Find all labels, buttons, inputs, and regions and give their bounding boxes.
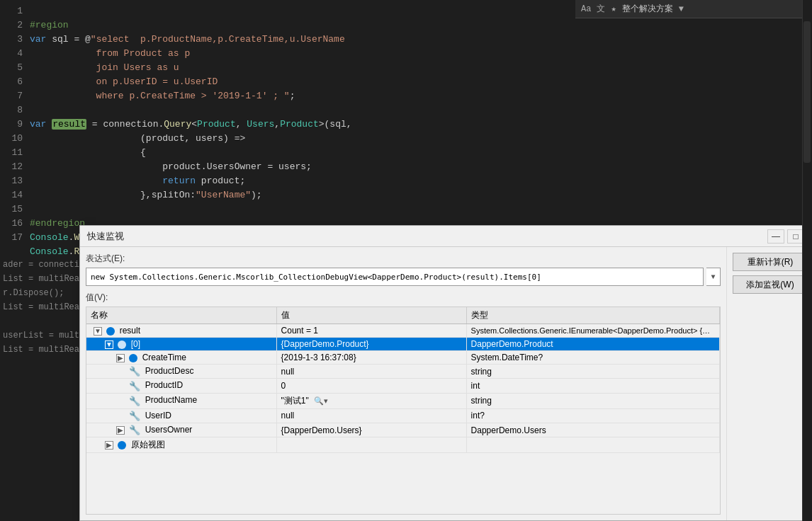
quick-watch-dialog: 快速监视 — □ 表达式(E): ▼ 值(V):: [79, 225, 812, 521]
row-value: Count = 1: [276, 324, 466, 338]
dialog-right-panel: 重新计算(R) 添加监视(W): [726, 247, 811, 520]
star-label: ★: [611, 4, 616, 14]
row-type: string: [466, 393, 719, 408]
table-row[interactable]: ▶ CreateTime {2019-1-3 16:37:08} System.…: [86, 351, 720, 365]
row-name: ▶ 🔧 UsersOwner: [86, 423, 276, 437]
dialog-title-buttons: — □: [767, 229, 804, 244]
row-icon-wrench: 🔧: [129, 381, 140, 391]
row-value: {DapperDemo.Users}: [276, 423, 466, 437]
row-value: 0: [276, 379, 466, 393]
col-header-value: 值: [276, 307, 466, 324]
zh-label: 文: [597, 3, 605, 15]
col-header-name: 名称: [86, 307, 276, 324]
table-row[interactable]: ▶ 🔧 UsersOwner {DapperDemo.Users} Dapper…: [86, 423, 720, 437]
expression-row: ▼: [86, 268, 721, 286]
row-value: [276, 437, 466, 453]
row-name-text: ProductName: [145, 395, 197, 405]
table-row[interactable]: ▶ 原始视图: [86, 437, 720, 453]
table-row[interactable]: 🔧 ProductName "测试1" 🔍▾ string: [86, 393, 720, 408]
search-toolbar: Aa 文 ★ 整个解决方案 ▼: [575, 0, 802, 18]
add-watch-button[interactable]: 添加监视(W): [733, 275, 808, 294]
expand-icon[interactable]: ▶: [116, 426, 125, 435]
row-icon-wrench: 🔧: [129, 396, 140, 406]
row-name-text: UserID: [145, 411, 171, 420]
expression-dropdown[interactable]: ▼: [706, 268, 721, 286]
row-icon-wrench: 🔧: [129, 411, 140, 421]
recalc-button[interactable]: 重新计算(R): [733, 253, 808, 271]
row-value: {DapperDemo.Product}: [276, 338, 466, 351]
row-icon: [106, 327, 115, 336]
expression-label: 表达式(E):: [86, 253, 721, 265]
row-type: System.Collections.Generic.IEnumerable<D…: [466, 324, 719, 338]
row-name-text: UsersOwner: [145, 425, 193, 435]
value-label: 值(V):: [86, 292, 721, 304]
search-icon[interactable]: 🔍▾: [314, 396, 328, 405]
table-row[interactable]: 🔧 ProductID 0 int: [86, 379, 720, 393]
table-row[interactable]: 🔧 UserID null int?: [86, 408, 720, 423]
table-row[interactable]: 🔧 ProductDesc null string: [86, 365, 720, 379]
editor-bottom-left: ader = connecti List = multiRea r.Dispos…: [0, 255, 81, 521]
row-icon-wrench: 🔧: [129, 366, 140, 377]
expression-input[interactable]: [86, 268, 704, 286]
dropdown-arrow[interactable]: ▼: [679, 4, 684, 14]
dialog-left-panel: 表达式(E): ▼ 值(V): 名称: [80, 247, 726, 520]
row-icon: [129, 354, 137, 362]
expand-icon[interactable]: ▶: [116, 354, 125, 362]
aa-label: Aa: [581, 4, 591, 14]
row-icon: [118, 340, 126, 349]
row-icon: [118, 441, 126, 450]
table-row[interactable]: ▼ [0] {DapperDemo.Product} DapperDemo.Pr…: [86, 338, 720, 351]
code-text: #region var sql = @"select p.ProductName…: [30, 4, 755, 255]
main-scroll-thumb[interactable]: [803, 21, 811, 163]
col-header-type: 类型: [466, 307, 719, 324]
row-icon-wrench: 🔧: [129, 425, 140, 435]
row-value: null: [276, 408, 466, 423]
watch-data-table: 名称 值 类型 ▼ result: [86, 307, 720, 453]
row-name: 🔧 ProductID: [86, 379, 276, 393]
dialog-title: 快速监视: [87, 230, 124, 243]
expand-icon[interactable]: ▶: [105, 441, 113, 450]
watch-table[interactable]: 名称 值 类型 ▼ result: [86, 307, 721, 515]
expand-icon[interactable]: ▼: [105, 340, 113, 349]
row-type: int?: [466, 408, 719, 423]
row-name: 🔧 ProductDesc: [86, 365, 276, 379]
expand-icon[interactable]: ▼: [94, 327, 102, 336]
row-type: int: [466, 379, 719, 393]
row-name: ▶ 原始视图: [86, 437, 276, 453]
row-name: ▼ [0]: [86, 338, 276, 351]
row-name-text: CreateTime: [142, 353, 186, 362]
line-numbers: 12345 678910 1112131415 1617: [0, 0, 28, 255]
row-name: 🔧 ProductName: [86, 393, 276, 408]
table-body: ▼ result Count = 1 System.Collections.Ge…: [86, 324, 720, 453]
main-scrollbar[interactable]: [802, 0, 812, 521]
row-name-text: ProductID: [145, 380, 183, 390]
row-value: {2019-1-3 16:37:08}: [276, 351, 466, 365]
row-name-text: [0]: [131, 339, 140, 349]
row-type: System.DateTime?: [466, 351, 719, 365]
row-type: DapperDemo.Users: [466, 423, 719, 437]
row-type: string: [466, 365, 719, 379]
row-value: null: [276, 365, 466, 379]
table-row[interactable]: ▼ result Count = 1 System.Collections.Ge…: [86, 324, 720, 338]
row-name: ▼ result: [86, 324, 276, 338]
table-header-row: 名称 值 类型: [86, 307, 720, 324]
dialog-minimize-btn[interactable]: —: [767, 229, 784, 244]
row-type: [466, 437, 719, 453]
row-name: ▶ CreateTime: [86, 351, 276, 365]
row-name: 🔧 UserID: [86, 408, 276, 423]
row-value: "测试1" 🔍▾: [276, 393, 466, 408]
scope-label: 整个解决方案: [622, 3, 673, 15]
row-name-text: ProductDesc: [145, 366, 194, 376]
row-name-text: result: [120, 326, 140, 336]
row-name-text: 原始视图: [131, 440, 165, 450]
code-editor[interactable]: 12345 678910 1112131415 1617 #region var…: [0, 0, 812, 255]
row-type: DapperDemo.Product: [466, 338, 719, 351]
dialog-body: 表达式(E): ▼ 值(V): 名称: [80, 247, 811, 520]
dialog-titlebar: 快速监视 — □: [80, 226, 811, 247]
